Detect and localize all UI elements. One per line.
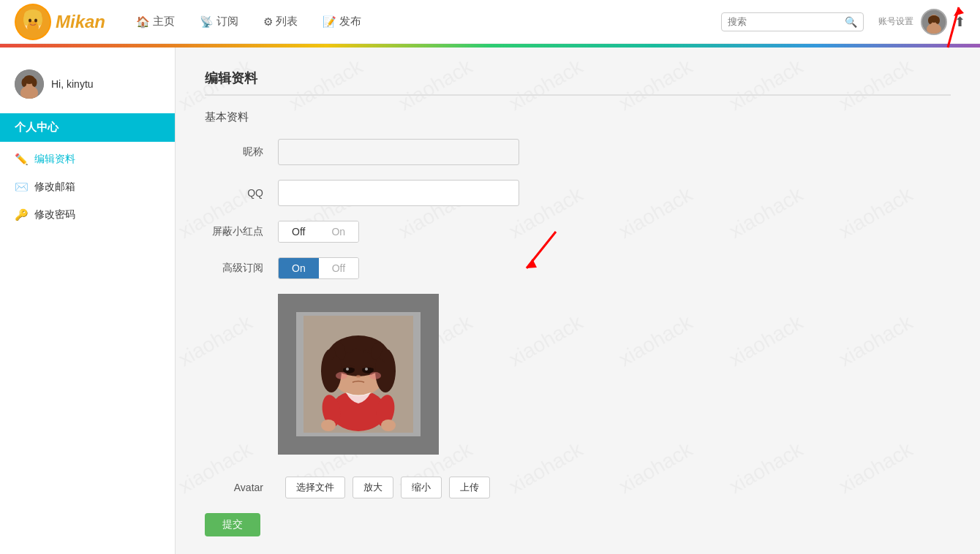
svg-point-37	[336, 372, 347, 379]
sidebar-avatar-svg	[15, 69, 44, 99]
sidebar: Hi, kinytu 个人中心 ✏️ 编辑资料 ✉️ 修改邮箱 🔑 修改密码	[0, 48, 176, 554]
sidebar-item-edit-profile[interactable]: ✏️ 编辑资料	[0, 145, 175, 173]
sidebar-item-edit-email[interactable]: ✉️ 修改邮箱	[0, 173, 175, 201]
user-greeting-text: Hi, kinytu	[51, 78, 94, 90]
publish-icon: 📝	[323, 15, 336, 29]
choose-file-btn[interactable]: 选择文件	[285, 477, 345, 498]
home-icon: 🏠	[136, 15, 150, 29]
hide-dot-toggle[interactable]: Off On	[278, 221, 359, 243]
avatar-label: Avatar	[205, 482, 263, 493]
svg-point-19	[22, 78, 27, 87]
svg-point-11	[928, 17, 932, 24]
logo-text: Mikan	[56, 12, 105, 32]
hide-dot-label: 屏蔽小红点	[205, 225, 263, 238]
edit-icon: ✏️	[15, 153, 29, 166]
user-avatar-nav-svg	[922, 10, 946, 34]
sidebar-section-personal: 个人中心	[0, 113, 175, 142]
avatar-preview-group	[205, 294, 951, 462]
key-icon: 🔑	[15, 208, 29, 221]
email-icon: ✉️	[15, 181, 29, 194]
section-title: 基本资料	[205, 110, 951, 124]
nav-list[interactable]: ⚙ 列表	[255, 10, 306, 33]
qq-label: QQ	[205, 187, 263, 199]
advanced-subscribe-toggle[interactable]: On Off	[278, 257, 359, 279]
logo-icon	[15, 4, 51, 40]
svg-point-35	[346, 368, 349, 371]
zoom-out-btn[interactable]: 缩小	[401, 477, 442, 498]
svg-point-38	[369, 372, 381, 379]
svg-point-39	[356, 375, 361, 378]
search-input[interactable]	[728, 16, 845, 27]
list-icon: ⚙	[263, 15, 273, 29]
avatar-preview-box	[278, 294, 439, 455]
chibi-avatar-svg	[304, 316, 413, 433]
navbar-right: 账号设置 ⬆	[878, 9, 965, 35]
qq-input[interactable]	[278, 180, 519, 206]
subscribe-icon: 📡	[200, 15, 214, 29]
main-content: xiaohackxiaohackxiaohackxiaohack xiaohac…	[176, 48, 980, 554]
search-bar: 🔍	[721, 12, 864, 31]
svg-point-12	[935, 17, 940, 24]
nickname-input[interactable]	[278, 139, 519, 165]
submit-btn[interactable]: 提交	[205, 513, 260, 536]
advanced-subscribe-on-btn[interactable]: On	[279, 258, 319, 278]
logo-svg	[16, 5, 50, 39]
avatar-buttons-row: Avatar 选择文件 放大 缩小 上传	[205, 477, 951, 498]
nickname-label: 昵称	[205, 145, 263, 159]
nav-home[interactable]: 🏠 主页	[127, 10, 184, 33]
nickname-field-group: 昵称	[205, 139, 951, 165]
svg-point-7	[34, 18, 37, 22]
svg-point-5	[37, 14, 42, 26]
layout: Hi, kinytu 个人中心 ✏️ 编辑资料 ✉️ 修改邮箱 🔑 修改密码 x…	[0, 48, 980, 554]
svg-point-6	[29, 18, 31, 22]
search-icon[interactable]: 🔍	[845, 16, 857, 28]
nav-subscribe[interactable]: 📡 订阅	[191, 10, 247, 33]
sidebar-item-edit-password[interactable]: 🔑 修改密码	[0, 201, 175, 229]
zoom-in-btn[interactable]: 放大	[353, 477, 393, 498]
page-title: 编辑资料	[205, 69, 951, 96]
submit-area: 提交	[205, 513, 951, 536]
hide-dot-off-btn[interactable]: Off	[279, 221, 318, 242]
svg-point-42	[321, 420, 336, 431]
navbar: Mikan 🏠 主页 📡 订阅 ⚙ 列表 📝 发布 🔍 账号设置	[0, 0, 980, 44]
advanced-subscribe-off-btn[interactable]: Off	[319, 258, 358, 278]
advanced-subscribe-label: 高级订阅	[205, 262, 263, 275]
upload-btn[interactable]: 上传	[449, 477, 490, 498]
svg-point-4	[23, 14, 29, 26]
svg-point-20	[32, 78, 37, 87]
nav-links: 🏠 主页 📡 订阅 ⚙ 列表 📝 发布	[127, 10, 721, 33]
hide-dot-field-group: 屏蔽小红点 Off On	[205, 221, 951, 243]
svg-point-43	[381, 420, 396, 431]
nav-publish[interactable]: 📝 发布	[314, 10, 370, 33]
qq-field-group: QQ	[205, 180, 951, 206]
hide-dot-on-btn[interactable]: On	[318, 221, 358, 242]
user-greeting: Hi, kinytu	[0, 62, 175, 113]
svg-marker-23	[527, 259, 537, 268]
logo[interactable]: Mikan	[15, 4, 105, 40]
svg-point-36	[365, 368, 368, 371]
avatar-preview-inner	[296, 312, 421, 436]
upload-icon[interactable]: ⬆	[954, 14, 965, 30]
user-avatar-sidebar	[15, 69, 44, 99]
account-settings[interactable]: 账号设置	[878, 15, 913, 28]
advanced-subscribe-field-group: 高级订阅 On Off	[205, 257, 951, 279]
user-avatar-nav[interactable]	[921, 9, 947, 35]
